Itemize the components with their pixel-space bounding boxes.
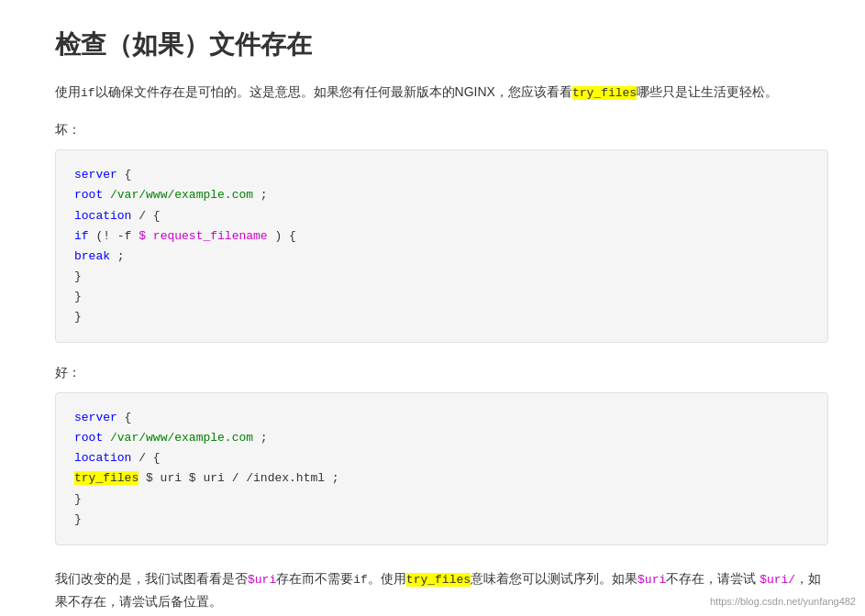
- good-code-line-4: try_files $ uri $ uri / /index.html ;: [74, 468, 809, 489]
- bad-brace-8: }: [74, 310, 82, 324]
- bad-code-line-2: root /var/www/example.com ;: [74, 185, 809, 205]
- bottom1-part3: 。使用: [368, 571, 406, 586]
- bad-line1-rest: {: [117, 168, 132, 182]
- bad-code-line-1: server {: [74, 165, 809, 185]
- server-keyword-1: server: [74, 168, 117, 182]
- bad-code-line-7: }: [74, 287, 809, 307]
- bad-line4-rest2: ) {: [268, 229, 296, 243]
- try-files-highlight-code: try_files: [74, 471, 139, 485]
- good-code-block: server { root /var/www/example.com ; loc…: [55, 392, 828, 545]
- bad-line4-rest1: (!: [89, 229, 110, 243]
- location-keyword-1: location: [74, 209, 131, 223]
- bad-var: $ request_filename: [131, 229, 267, 243]
- bad-code-block: server { root /var/www/example.com ; loc…: [55, 149, 828, 343]
- bad-semi-1: ;: [253, 188, 268, 202]
- page-title: 检查（如果）文件存在: [55, 28, 828, 62]
- intro-text-1: 使用: [55, 84, 81, 99]
- good-path-1: /var/www/example.com: [103, 431, 253, 445]
- intro-paragraph: 使用if以确保文件存在是可怕的。这是意思。如果您有任何最新版本的NGINX，您应…: [55, 81, 828, 104]
- location-keyword-2: location: [74, 451, 131, 465]
- good-brace-6: }: [74, 512, 82, 526]
- root-keyword-1: root: [74, 188, 103, 202]
- bottom1-if-code: if: [353, 573, 368, 587]
- bottom1-var2: $uri: [638, 573, 666, 587]
- server-keyword-2: server: [74, 411, 117, 424]
- bad-line3-rest: / {: [131, 209, 160, 223]
- bottom1-part1: 我们改变的是，我们试图看看是否: [55, 571, 248, 586]
- bad-code-line-5: break ;: [74, 247, 809, 267]
- good-code-line-5: }: [74, 490, 809, 510]
- bad-flag: -f: [110, 229, 131, 243]
- bad-code-line-8: }: [74, 307, 809, 327]
- root-keyword-2: root: [74, 431, 103, 445]
- bad-path-1: /var/www/example.com: [103, 188, 253, 202]
- good-line1-rest: {: [117, 411, 132, 424]
- try-files-inline-code: try_files: [572, 86, 637, 100]
- good-code-line-1: server {: [74, 408, 809, 428]
- intro-text-3: 哪些只是让生活更轻松。: [637, 84, 778, 99]
- good-code-line-3: location / {: [74, 448, 809, 468]
- watermark: https://blog.csdn.net/yunfang482: [710, 596, 856, 607]
- good-code-line-2: root /var/www/example.com ;: [74, 428, 809, 448]
- bad-code-line-4: if (! -f $ request_filename ) {: [74, 226, 809, 247]
- intro-text-2: 以确保文件存在是可怕的。这是意思。如果您有任何最新版本的NGINX，您应该看看: [95, 84, 572, 99]
- good-line3-rest: / {: [131, 451, 160, 465]
- good-line4-rest: $ uri $ uri / /index.html ;: [139, 471, 338, 485]
- good-semi-2: ;: [253, 431, 268, 445]
- good-code-line-6: }: [74, 510, 809, 530]
- bad-brace-6: }: [74, 270, 82, 283]
- bottom1-part2: 存在而不需要: [276, 571, 353, 586]
- bottom1-part4: 意味着您可以测试序列。如果: [471, 571, 638, 586]
- bottom1-try-files: try_files: [406, 573, 471, 587]
- if-keyword-1: if: [74, 229, 89, 243]
- good-label: 好：: [55, 365, 828, 381]
- bad-label: 坏：: [55, 122, 828, 138]
- bottom1-var3: $uri/: [760, 573, 795, 587]
- bottom1-part5: 不存在，请尝试: [666, 571, 760, 586]
- bad-brace-7: }: [74, 290, 82, 303]
- bad-semi-5: ;: [110, 249, 125, 263]
- bad-code-line-3: location / {: [74, 206, 809, 226]
- good-brace-5: }: [74, 492, 82, 506]
- bad-code-line-6: }: [74, 267, 809, 287]
- bottom1-var1: $uri: [248, 573, 276, 587]
- if-inline-code: if: [81, 86, 95, 100]
- break-keyword: break: [74, 249, 110, 263]
